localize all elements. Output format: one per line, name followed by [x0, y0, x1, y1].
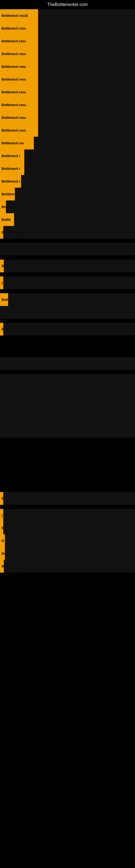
bottleneck-label-16: Bot — [0, 200, 6, 213]
bottleneck-bar-14: Bottleneck r — [0, 175, 135, 188]
spacer-after-23 — [0, 319, 135, 323]
bar-bg-14 — [21, 175, 135, 188]
bar-bg-15 — [15, 188, 135, 200]
bottleneck-label-31: E — [0, 492, 3, 505]
spacer-after-19 — [0, 255, 135, 259]
bar-bg-23 — [0, 306, 135, 319]
bottleneck-label-8: Bottleneck resu — [0, 98, 38, 111]
bottleneck-label-4: Bottleneck resu — [0, 48, 38, 60]
bar-bg-5 — [38, 60, 135, 73]
bottleneck-label-1: Bottleneck result — [0, 9, 38, 22]
bottleneck-label-33: E — [0, 522, 3, 534]
bottleneck-label-18: B — [0, 226, 3, 239]
bottleneck-label-7: Bottleneck resu — [0, 86, 38, 98]
spacer-after-30 — [0, 438, 135, 492]
bottleneck-label-13: Bottleneck r — [0, 162, 24, 175]
bottleneck-label-10: Bottleneck resu — [0, 124, 38, 137]
bottleneck-label-35: Bo — [0, 547, 5, 560]
bottleneck-bar-29 — [0, 412, 135, 425]
bottleneck-bar-26 — [0, 374, 135, 387]
bottleneck-label-22: Bott — [0, 293, 8, 306]
bar-bg-31 — [3, 492, 135, 505]
bar-bg-28 — [0, 400, 135, 412]
bar-bg-36 — [4, 560, 135, 572]
bar-bg-1 — [38, 9, 135, 22]
bottleneck-label-17: Bottle — [0, 213, 14, 226]
bottleneck-bar-1: Bottleneck result — [0, 9, 135, 22]
bottleneck-label-34: B — [0, 534, 5, 547]
bar-bg-3 — [38, 35, 135, 48]
bar-bg-34 — [5, 534, 135, 547]
bottleneck-bar-13: Bottleneck r — [0, 162, 135, 175]
bottleneck-label-2: Bottleneck resu — [0, 22, 38, 35]
site-title: TheBottlenecker.com — [0, 0, 135, 9]
bottleneck-label-32: | — [0, 509, 3, 522]
bottleneck-bar-21: | — [0, 276, 135, 289]
bar-bg-21 — [3, 276, 135, 289]
bar-bg-13 — [24, 162, 135, 175]
bottleneck-label-6: Bottleneck resu — [0, 73, 38, 86]
bar-bg-24 — [3, 323, 135, 336]
bottleneck-bar-25 — [0, 357, 135, 370]
bottleneck-label-36: Bo — [0, 560, 4, 572]
spacer-after-20 — [0, 272, 135, 276]
bottleneck-bar-24: E — [0, 323, 135, 336]
bar-bg-26 — [0, 374, 135, 387]
bar-bg-9 — [38, 111, 135, 124]
bottleneck-bar-16: Bot — [0, 200, 135, 213]
bar-bg-10 — [38, 124, 135, 137]
bottleneck-label-21: | — [0, 276, 3, 289]
bottleneck-bar-6: Bottleneck resu — [0, 73, 135, 86]
bottleneck-bar-17: Bottle — [0, 213, 135, 226]
bar-bg-22 — [8, 293, 135, 306]
bottleneck-bar-7: Bottleneck resu — [0, 86, 135, 98]
bar-bg-19 — [0, 243, 135, 255]
bar-bg-17 — [14, 213, 135, 226]
bottleneck-bar-19 — [0, 243, 135, 255]
bottleneck-bar-31: E — [0, 492, 135, 505]
bottleneck-bar-34: B — [0, 534, 135, 547]
bottleneck-label-14: Bottleneck r — [0, 175, 21, 188]
bottleneck-bar-5: Bottleneck resu — [0, 60, 135, 73]
spacer-after-24 — [0, 336, 135, 357]
bottleneck-bar-33: E — [0, 522, 135, 534]
bar-bg-6 — [38, 73, 135, 86]
bottleneck-bar-9: Bottleneck resu — [0, 111, 135, 124]
bar-bg-25 — [0, 357, 135, 370]
bottleneck-bar-12: Bottleneck r — [0, 150, 135, 162]
bar-bg-27 — [0, 387, 135, 400]
bottleneck-bar-10: Bottleneck resu — [0, 124, 135, 137]
bar-bg-18 — [3, 226, 135, 239]
bar-bg-4 — [38, 48, 135, 60]
bottleneck-label-11: Bottleneck res — [0, 137, 34, 150]
bottleneck-bar-11: Bottleneck res — [0, 137, 135, 150]
bottleneck-bar-32: | — [0, 509, 135, 522]
bottleneck-bar-36: Bo — [0, 560, 135, 572]
bottleneck-bar-20: B — [0, 259, 135, 272]
bottleneck-label-24: E — [0, 323, 3, 336]
spacer-after-21 — [0, 289, 135, 293]
bottleneck-bar-3: Bottleneck resu — [0, 35, 135, 48]
bottleneck-label-15: Bottlene — [0, 188, 15, 200]
spacer-after-18 — [0, 239, 135, 243]
bottleneck-label-20: B — [0, 259, 4, 272]
spacer-after-31 — [0, 505, 135, 509]
bottleneck-bar-28 — [0, 400, 135, 412]
bar-bg-7 — [38, 86, 135, 98]
bar-bg-16 — [6, 200, 135, 213]
bottleneck-label-12: Bottleneck r — [0, 150, 24, 162]
bar-bg-30 — [0, 425, 135, 438]
bottleneck-bar-35: Bo — [0, 547, 135, 560]
bottleneck-label-3: Bottleneck resu — [0, 35, 38, 48]
bottleneck-bar-18: B — [0, 226, 135, 239]
bar-bg-32 — [3, 509, 135, 522]
bottleneck-bar-8: Bottleneck resu — [0, 98, 135, 111]
bar-bg-8 — [38, 98, 135, 111]
bar-bg-11 — [34, 137, 135, 150]
bottleneck-bar-4: Bottleneck resu — [0, 48, 135, 60]
bottleneck-label-9: Bottleneck resu — [0, 111, 38, 124]
bar-bg-29 — [0, 412, 135, 425]
bottleneck-label-5: Bottleneck resu — [0, 60, 38, 73]
bottleneck-bar-22: Bott — [0, 293, 135, 306]
bar-bg-12 — [24, 150, 135, 162]
